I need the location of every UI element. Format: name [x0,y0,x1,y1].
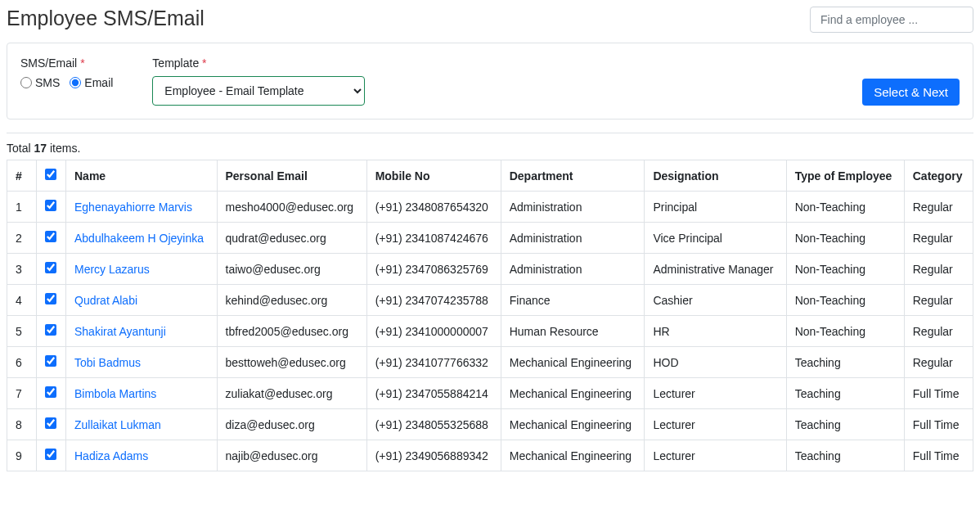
cell-department: Administration [501,223,645,254]
required-marker: * [80,56,84,70]
cell-num: 1 [7,192,37,223]
cell-category: Full Time [904,440,973,471]
summary-prefix: Total [7,142,34,155]
row-checkbox[interactable] [45,200,56,211]
cell-email: besttoweh@edusec.org [217,347,366,378]
summary-count: 17 [34,142,47,155]
cell-type: Non-Teaching [786,192,904,223]
cell-checkbox [37,285,66,316]
cell-mobile: (+91) 2347086325769 [366,254,501,285]
employee-name-link[interactable]: Bimbola Martins [74,387,156,400]
field-template: Template * Employee - Email Template [152,56,365,106]
cell-checkbox [37,409,66,440]
cell-name: Hadiza Adams [66,440,218,471]
cell-mobile: (+91) 2347074235788 [366,285,501,316]
select-all-checkbox[interactable] [45,169,56,180]
separator [7,133,973,133]
row-checkbox[interactable] [45,386,56,398]
employee-name-link[interactable]: Hadiza Adams [74,449,148,462]
radio-sms[interactable] [20,77,32,88]
cell-mobile: (+91) 2341077766332 [366,347,501,378]
employee-name-link[interactable]: Eghenayahiorre Marvis [74,201,192,214]
template-select[interactable]: Employee - Email Template [152,76,365,106]
employee-name-link[interactable]: Zullaikat Lukman [74,418,161,431]
header-type: Type of Employee [786,160,904,192]
cell-num: 2 [7,223,37,254]
table-header-row: # Name Personal Email Mobile No Departme… [7,160,973,192]
radio-sms-label[interactable]: SMS [35,76,60,89]
table-row: 9Hadiza Adamsnajib@edusec.org(+91) 23490… [7,440,973,471]
radio-email[interactable] [70,77,81,88]
search-input[interactable] [810,7,973,33]
template-label-text: Template [152,56,199,70]
cell-email: tbfred2005@edusec.org [217,316,366,347]
cell-name: Eghenayahiorre Marvis [66,192,218,223]
row-checkbox[interactable] [45,262,56,273]
select-next-button[interactable]: Select & Next [862,79,960,106]
row-checkbox[interactable] [45,449,56,460]
row-checkbox[interactable] [45,355,56,367]
cell-num: 6 [7,347,37,378]
employee-name-link[interactable]: Abdulhakeem H Ojeyinka [74,232,204,245]
cell-email: taiwo@edusec.org [217,254,366,285]
cell-category: Full Time [904,409,973,440]
cell-department: Administration [501,192,645,223]
table-row: 7Bimbola Martinszuliakat@edusec.org(+91)… [7,378,973,409]
employee-name-link[interactable]: Tobi Badmus [74,356,141,369]
header-mobile: Mobile No [366,160,501,192]
header-select-all [37,160,66,192]
cell-email: qudrat@edusec.org [217,223,366,254]
cell-department: Mechanical Engineering [501,378,645,409]
cell-checkbox [37,316,66,347]
cell-email: diza@edusec.org [217,409,366,440]
cell-checkbox [37,254,66,285]
cell-num: 8 [7,409,37,440]
cell-num: 3 [7,254,37,285]
cell-designation: Lecturer [645,409,786,440]
cell-name: Zullaikat Lukman [66,409,218,440]
header-category: Category [904,160,973,192]
cell-category: Regular [904,223,973,254]
cell-name: Bimbola Martins [66,378,218,409]
cell-name: Shakirat Ayantunji [66,316,218,347]
radio-row: SMS Email [20,76,119,89]
header-department: Department [501,160,645,192]
employee-name-link[interactable]: Shakirat Ayantunji [74,325,166,338]
header-name: Name [66,160,218,192]
cell-mobile: (+91) 2349056889342 [366,440,501,471]
field-sms-email: SMS/Email * SMS Email [20,56,119,89]
cell-type: Teaching [786,440,904,471]
cell-checkbox [37,192,66,223]
cell-email: najib@edusec.org [217,440,366,471]
cell-type: Teaching [786,347,904,378]
sms-email-label: SMS/Email * [20,56,119,70]
cell-mobile: (+91) 2347055884214 [366,378,501,409]
table-row: 3Mercy Lazarustaiwo@edusec.org(+91) 2347… [7,254,973,285]
cell-num: 5 [7,316,37,347]
cell-email: mesho4000@edusec.org [217,192,366,223]
row-checkbox[interactable] [45,231,56,242]
row-checkbox[interactable] [45,293,56,304]
filter-left: SMS/Email * SMS Email Template * Employe… [20,56,365,106]
employee-name-link[interactable]: Mercy Lazarus [74,263,150,276]
cell-name: Abdulhakeem H Ojeyinka [66,223,218,254]
cell-mobile: (+91) 2348087654320 [366,192,501,223]
row-checkbox[interactable] [45,324,56,336]
cell-department: Mechanical Engineering [501,440,645,471]
header-num: # [7,160,37,192]
cell-department: Mechanical Engineering [501,409,645,440]
header-email: Personal Email [217,160,366,192]
employee-table: # Name Personal Email Mobile No Departme… [7,160,973,471]
cell-category: Regular [904,316,973,347]
cell-category: Regular [904,254,973,285]
row-checkbox[interactable] [45,417,56,429]
cell-name: Mercy Lazarus [66,254,218,285]
radio-email-label[interactable]: Email [84,76,113,89]
summary-suffix: items. [47,142,80,155]
cell-name: Tobi Badmus [66,347,218,378]
cell-designation: Principal [645,192,786,223]
cell-num: 4 [7,285,37,316]
cell-mobile: (+91) 2341000000007 [366,316,501,347]
cell-type: Non-Teaching [786,254,904,285]
employee-name-link[interactable]: Qudrat Alabi [74,294,137,307]
